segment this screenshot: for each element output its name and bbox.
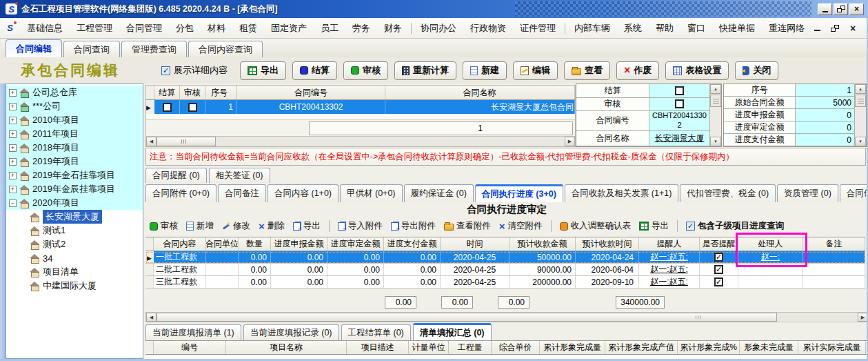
col-unit-price[interactable]: 综合单价 xyxy=(492,341,540,354)
menu-item-staff[interactable]: 员工 xyxy=(314,20,345,37)
col-unit[interactable]: 合同单位 xyxy=(206,237,239,251)
col-note[interactable]: 备注 xyxy=(803,237,865,251)
include-children-checkbox[interactable]: 包含子级项目进度查询 xyxy=(684,220,786,232)
view-attachment-tool[interactable]: 查看附件 xyxy=(442,220,493,232)
amount-props-vscrollbar[interactable]: ▲ ▼ xyxy=(854,84,866,146)
tab-settlement-sheet[interactable]: 工程结算单 (0) xyxy=(341,324,411,340)
tab-contract-reminder[interactable]: 合同提醒 (0) xyxy=(145,168,207,183)
contract-props-vscrollbar[interactable]: ▲ ▼ xyxy=(709,84,721,146)
progress-row-1[interactable]: 一批工程款 0.00 0.00 0.00 0.00 2020-04-25 500… xyxy=(145,251,865,264)
clear-attachment-tool[interactable]: 清空附件 xyxy=(497,220,545,232)
settle-checkbox[interactable] xyxy=(154,100,180,114)
prop-seq[interactable]: 1 xyxy=(796,84,854,96)
prop-paid-amount[interactable]: 0 xyxy=(796,134,854,146)
import-attachment-tool[interactable]: 导入附件 xyxy=(336,220,385,232)
audit-button[interactable]: 审核 xyxy=(343,61,388,80)
expand-icon[interactable] xyxy=(9,172,17,179)
tab-qualification[interactable]: 资质管理 (0) xyxy=(777,184,838,202)
tab-receipts-invoices[interactable]: 合同收款及相关发票 (1+1) xyxy=(565,184,679,202)
scroll-thumb[interactable] xyxy=(157,313,777,322)
menu-item-contract-mgmt[interactable]: 合同管理 xyxy=(119,20,169,37)
tab-withheld-fees-tax[interactable]: 代扣管理费、税金 (0) xyxy=(680,184,776,202)
menu-item-project-mgmt[interactable]: 工程管理 xyxy=(70,20,119,37)
tab-content[interactable]: 合同内容 (1+0) xyxy=(268,184,339,202)
scroll-thumb[interactable] xyxy=(855,95,866,107)
prop-approved-amount[interactable]: 0 xyxy=(796,121,854,133)
restore-button[interactable] xyxy=(834,3,848,15)
col-project-name[interactable]: 项目名称 xyxy=(226,341,347,354)
menu-item-quick-docs[interactable]: 快捷单据 xyxy=(712,20,762,37)
tree-item-zhongjian[interactable]: 中建国际大厦 xyxy=(6,279,143,293)
contract-row[interactable]: 1 CBHT200413302 长安湖景大厦总包合同 xyxy=(146,100,575,114)
col-audit[interactable]: 审核 xyxy=(180,86,205,99)
progress-row-2[interactable]: 二批工程款 0.00 0.00 0.00 0.00 2020-04-25 900… xyxy=(145,264,865,276)
col-paid[interactable]: 进度支付金额 xyxy=(384,237,441,251)
col-measure-unit[interactable]: 计量单位 xyxy=(409,341,449,354)
tree-item-company[interactable]: ***公司 xyxy=(6,99,143,113)
mdi-minimize-button[interactable] xyxy=(811,23,822,33)
prop-settle-checkbox[interactable] xyxy=(649,84,709,97)
menu-item-labor[interactable]: 劳务 xyxy=(345,20,377,37)
tree-item-2019-jinshi[interactable]: 2019年金石挂靠项目 xyxy=(6,168,143,182)
menu-item-material[interactable]: 材料 xyxy=(201,20,232,37)
tab-current-progress-list[interactable]: 当前进度填报清单 (1) xyxy=(145,324,241,340)
cell-reminder-link[interactable]: 赵一:赵五: xyxy=(639,276,700,288)
prop-contract-name[interactable]: 长安湖景大厦 xyxy=(649,131,709,146)
tab-performance-bond[interactable]: 履约保证金 (0) xyxy=(404,184,474,202)
tree-item-34[interactable]: 34 xyxy=(6,251,143,265)
expand-icon[interactable] xyxy=(9,117,17,124)
tab-current-progress-records[interactable]: 当前进度填报记录 (0) xyxy=(243,324,339,340)
menu-item-subcontract[interactable]: 分包 xyxy=(169,20,201,37)
scroll-up-icon[interactable]: ▲ xyxy=(710,84,721,94)
tree-item-2018[interactable]: 2018年项目 xyxy=(6,141,143,155)
scroll-down-icon[interactable]: ▼ xyxy=(855,137,866,146)
minimize-button[interactable] xyxy=(818,3,832,15)
collapse-icon[interactable] xyxy=(9,199,17,207)
audit-checkbox[interactable] xyxy=(180,100,205,114)
scroll-right-icon[interactable]: ▶ xyxy=(858,313,868,322)
tab-contract-content-query[interactable]: 合同内容查询 xyxy=(188,41,263,57)
col-cum-image-value[interactable]: 累计形象完成产值 xyxy=(605,341,678,354)
menu-item-help[interactable]: 帮助 xyxy=(649,20,680,37)
prop-original-amount[interactable]: 5000 xyxy=(796,97,854,108)
col-project-desc[interactable]: 项目描述 xyxy=(347,341,409,354)
tab-mgmt-fee-query[interactable]: 管理费查询 xyxy=(121,41,187,57)
tab-related-visa[interactable]: 相关签证 (0) xyxy=(209,168,270,183)
tab-contract-query[interactable]: 合同查询 xyxy=(63,41,120,57)
tree-item-2011[interactable]: 2011年项目 xyxy=(6,127,143,141)
tree-item-2019-jinchen[interactable]: 2019年金辰挂靠项目 xyxy=(6,182,143,196)
expand-icon[interactable] xyxy=(9,158,17,166)
col-quantity[interactable]: 工程量 xyxy=(449,341,492,354)
col-cum-image-qty[interactable]: 累计形象完成量 xyxy=(540,341,605,354)
col-declared[interactable]: 进度申报金额 xyxy=(271,237,327,251)
col-settle[interactable]: 结算 xyxy=(154,86,180,99)
menu-item-basic-info[interactable]: 基础信息 xyxy=(20,20,70,37)
tree-item-test1[interactable]: 测试1 xyxy=(6,224,143,237)
tree-item-project-list[interactable]: 项目清单 xyxy=(6,265,143,279)
view-button[interactable]: 查看 xyxy=(564,61,610,80)
scroll-down-icon[interactable]: ▼ xyxy=(710,137,721,146)
expand-icon[interactable] xyxy=(9,89,17,97)
tab-attachments[interactable]: 合同附件 (0+0) xyxy=(145,184,216,202)
col-qty[interactable]: 数量 xyxy=(239,237,271,251)
menu-item-collaboration[interactable]: 协同办公 xyxy=(414,20,463,37)
col-remind-flag[interactable]: 是否提醒 xyxy=(700,237,738,251)
prop-declared-amount[interactable]: 0 xyxy=(796,109,854,121)
tree-item-warehouse[interactable]: 公司总仓库 xyxy=(6,86,143,99)
col-cum-actual-qty[interactable]: 累计实际完成量 xyxy=(798,341,866,354)
expand-icon[interactable] xyxy=(9,103,17,110)
menu-item-reconnect[interactable]: 重连网络 xyxy=(762,20,811,37)
edit-button[interactable]: 编辑 xyxy=(513,61,558,80)
col-handler[interactable]: 处理人 xyxy=(738,237,803,251)
tab-contract-borrow[interactable]: 合同借阅 (0) xyxy=(840,184,868,202)
grid-settings-button[interactable]: 表格设置 xyxy=(665,61,729,80)
scroll-thumb[interactable] xyxy=(157,137,216,146)
progress-row-3[interactable]: 三批工程款 0.00 0.00 0.00 0.00 2020-04-25 200… xyxy=(145,276,865,289)
delete-tool[interactable]: 删除 xyxy=(256,220,287,232)
scroll-up-icon[interactable]: ▲ xyxy=(855,84,866,94)
col-seq[interactable]: 序号 xyxy=(205,86,237,99)
tab-remarks[interactable]: 合同备注 xyxy=(218,184,266,202)
menu-item-finance[interactable]: 财务 xyxy=(377,20,409,37)
cell-reminder-link[interactable]: 赵一:赵五: xyxy=(639,264,700,275)
add-tool[interactable]: 新增 xyxy=(184,220,216,232)
